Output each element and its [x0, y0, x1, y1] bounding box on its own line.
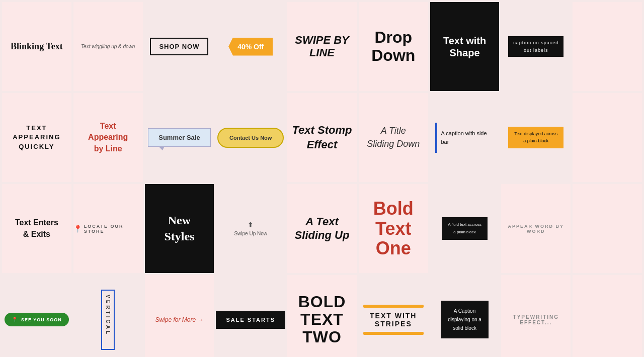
- cell-fluid-text[interactable]: A fluid text accross a plain block: [430, 184, 500, 273]
- caption-solid-line2: displaying on a: [448, 315, 481, 324]
- appearing-line-line1: Text: [88, 121, 128, 132]
- cell-caption-sidebar[interactable]: A caption with side bar: [430, 93, 500, 182]
- text-displayed-line2: a plain block: [514, 138, 557, 145]
- new-styles-line2: Styles: [164, 229, 194, 244]
- see-you-soon-button[interactable]: 📍 SEE YOU SOON: [5, 313, 69, 326]
- title-sliding-line2: Sliding Down: [367, 138, 420, 150]
- swipeby-line1: SWIPE BY: [295, 34, 349, 46]
- cell-text-with-shape[interactable]: Text with Shape: [430, 2, 500, 91]
- cell-empty-r2c9: [573, 93, 642, 182]
- cell-bold-text-one[interactable]: Bold Text One: [359, 184, 428, 273]
- see-you-soon-label: SEE YOU SOON: [21, 317, 62, 322]
- text-with-shape-content: Text with Shape: [433, 25, 496, 69]
- swipe-up-text: Swipe Up Now: [234, 231, 267, 236]
- cell-appear-word[interactable]: APPEAR WORD BY WORD: [501, 184, 571, 273]
- cell-locate-store[interactable]: 📍 LOCATE OUR STORE: [73, 184, 143, 273]
- dropdown-line1: Drop: [371, 29, 415, 46]
- caption-solid-line3: solid block: [448, 324, 481, 332]
- cell-caption-solid[interactable]: A Caption displaying on a solid block: [430, 275, 500, 357]
- cell-empty-r3c9: [573, 184, 642, 273]
- sliding-up-line1: A Text: [295, 215, 350, 228]
- cell-title-sliding-down[interactable]: A Title Sliding Down: [359, 93, 428, 182]
- see-you-pin-icon: 📍: [12, 317, 18, 322]
- caption-spaced-line1: caption on spaced: [513, 39, 558, 46]
- cell-typewriting[interactable]: TYPEWRITING EFFECT...: [501, 275, 571, 357]
- cell-vertical-text[interactable]: VERTICAL: [73, 275, 143, 357]
- swipeby-line2: LINE: [295, 47, 349, 59]
- cell-swipe-up[interactable]: ⬆ Swipe Up Now: [216, 184, 285, 273]
- wiggling-text-label: Text wiggling up & down: [81, 44, 135, 49]
- cell-caption-spaced[interactable]: caption on spaced out labels: [501, 2, 571, 91]
- fluid-text-line2: a plain block: [448, 229, 481, 236]
- cell-summer-sale[interactable]: Summer Sale: [145, 93, 214, 182]
- title-sliding-line1: A Title: [367, 125, 420, 137]
- textwshape-line2: Shape: [443, 47, 486, 59]
- cell-wiggling-text[interactable]: Text wiggling up & down: [73, 2, 143, 91]
- new-styles-line1: New: [164, 213, 194, 228]
- stripe-bottom: [363, 332, 424, 335]
- stomp-line1: Text Stomp: [292, 123, 352, 138]
- cell-new-styles[interactable]: New Styles: [145, 184, 214, 273]
- bold-text-one-line1: Bold: [373, 199, 414, 219]
- cell-text-appearing-quickly[interactable]: TEXT APPEARING QUICKLY: [2, 93, 71, 182]
- cell-text-enters-exits[interactable]: Text Enters & Exits: [2, 184, 71, 273]
- cell-text-displayed[interactable]: Text displayed across a plain block: [501, 93, 571, 182]
- contact-us-button[interactable]: Contact Us Now: [217, 128, 284, 148]
- dropdown-line2: Down: [371, 47, 415, 64]
- blinking-text-label: Blinking Text: [11, 41, 63, 52]
- cell-shop-now[interactable]: SHOP NOW: [145, 2, 214, 91]
- cell-see-you-soon[interactable]: 📍 SEE YOU SOON: [2, 275, 71, 357]
- locate-store-text: LOCATE OUR STORE: [84, 224, 143, 234]
- sliding-up-line2: Sliding Up: [295, 229, 350, 242]
- cell-bold-text-two[interactable]: BOLD TEXT TWO: [287, 275, 357, 357]
- caption-solid-line1: A Caption: [448, 307, 481, 315]
- sidebar-bar: [435, 123, 437, 153]
- typewriting-text: TYPEWRITING EFFECT...: [501, 314, 571, 325]
- cell-text-appearing-line[interactable]: Text Appearing by Line: [73, 93, 143, 182]
- stomp-line2: Effect: [292, 138, 352, 152]
- caption-sidebar-content: A caption with side bar: [435, 123, 495, 153]
- main-grid: Blinking Text Text wiggling up & down SH…: [0, 0, 644, 357]
- cell-text-stomp[interactable]: Text Stomp Effect: [287, 93, 357, 182]
- bold-text-one-line3: One: [373, 238, 414, 258]
- bold-text-one-line2: Text: [373, 219, 414, 239]
- vertical-text-content: VERTICAL: [101, 290, 115, 350]
- appearing-line-line3: by Line: [88, 143, 128, 154]
- cell-swipe-by-line[interactable]: SWIPE BY LINE: [287, 2, 357, 91]
- caption-spaced-content: caption on spaced out labels: [508, 36, 564, 57]
- cell-blinking-text[interactable]: Blinking Text: [2, 2, 71, 91]
- bold-two-line1: BOLD: [298, 293, 346, 311]
- stripe-top: [363, 305, 424, 308]
- cell-text-with-stripes[interactable]: TEXT WITH STRIPES: [359, 275, 428, 357]
- caption-spaced-line2: out labels: [513, 47, 558, 54]
- stripes-text: TEXT WITH STRIPES: [359, 312, 428, 328]
- appearing-line-line2: Appearing: [88, 132, 128, 143]
- text-displayed-content: Text displayed across a plain block: [508, 127, 564, 148]
- enters-exits-line1: Text Enters: [15, 217, 58, 228]
- cell-contact-us[interactable]: Contact Us Now: [216, 93, 285, 182]
- cell-swipe-more[interactable]: Swipe for More →: [145, 275, 214, 357]
- fluid-text-line1: A fluid text accross: [448, 221, 481, 228]
- bold-two-line3: TWO: [298, 328, 346, 346]
- cell-empty-r1c9: [573, 2, 642, 91]
- appearing-quickly-line1: TEXT: [13, 124, 60, 133]
- sale-starts-button[interactable]: SALE STARTS: [216, 311, 285, 329]
- shop-now-button[interactable]: SHOP NOW: [150, 38, 208, 55]
- percent-badge[interactable]: 40% Off: [228, 38, 273, 56]
- bold-two-line2: TEXT: [298, 311, 346, 328]
- textwshape-line1: Text with: [443, 35, 486, 47]
- enters-exits-line2: & Exits: [15, 229, 58, 240]
- cell-text-sliding-up[interactable]: A Text Sliding Up: [287, 184, 357, 273]
- swipe-up-icon: ⬆: [248, 221, 254, 229]
- caption-sidebar-text: A caption with side bar: [441, 129, 495, 146]
- caption-solid-content: A Caption displaying on a solid block: [441, 301, 489, 338]
- appearing-quickly-line3: QUICKLY: [13, 142, 60, 151]
- location-pin-icon: 📍: [73, 225, 82, 233]
- fluid-text-content: A fluid text accross a plain block: [442, 217, 488, 240]
- cell-percent-off[interactable]: 40% Off: [216, 2, 285, 91]
- cell-sale-starts[interactable]: SALE STARTS: [216, 275, 285, 357]
- cell-empty-r4c9: [573, 275, 642, 357]
- summer-sale-button[interactable]: Summer Sale: [148, 128, 210, 147]
- text-displayed-line1: Text displayed across: [514, 131, 557, 138]
- cell-drop-down[interactable]: Drop Down: [359, 2, 428, 91]
